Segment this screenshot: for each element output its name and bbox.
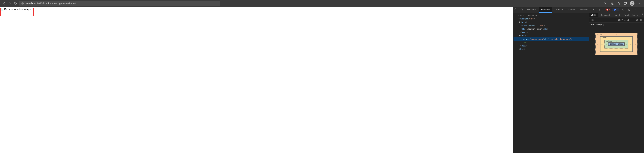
border-label: border bbox=[602, 37, 606, 39]
dom-line[interactable]: </body> bbox=[514, 44, 589, 48]
issue-count: 1 bbox=[616, 9, 618, 11]
toolbar-right: » bbox=[602, 1, 643, 6]
issue-dot-icon: ⓘ bbox=[614, 9, 616, 11]
toggle-cls[interactable]: .cls bbox=[624, 19, 629, 21]
favorites-icon[interactable] bbox=[616, 1, 622, 6]
inspect-element-icon[interactable] bbox=[513, 7, 519, 13]
svg-rect-31 bbox=[636, 19, 638, 21]
device-emulation-icon[interactable] bbox=[519, 7, 525, 13]
refresh-button[interactable] bbox=[13, 1, 18, 6]
dom-line[interactable]: <meta charset="UTF-8"> bbox=[514, 24, 589, 27]
box-model-margin[interactable]: margin – – – – border – – – – padding bbox=[596, 33, 637, 55]
url-path: :9090/location/api/v1/generateReport bbox=[36, 2, 76, 5]
broken-image-icon bbox=[1, 8, 3, 11]
url-host: localhost bbox=[26, 2, 36, 5]
styles-rules[interactable]: element.style { } bbox=[589, 23, 644, 29]
styles-filter-input[interactable] bbox=[590, 19, 616, 21]
styles-more-icon[interactable] bbox=[640, 18, 643, 22]
browser-toolbar: localhost:9090/location/api/v1/generateR… bbox=[0, 0, 644, 7]
dom-line[interactable]: <!DOCTYPE html> bbox=[514, 14, 589, 17]
broken-image-alt-text: Error in location image bbox=[4, 8, 31, 11]
rendered-page: Error in location image bbox=[0, 7, 513, 153]
forward-button[interactable] bbox=[7, 1, 13, 6]
address-bar[interactable]: localhost:9090/location/api/v1/generateR… bbox=[20, 1, 220, 6]
svg-point-14 bbox=[640, 3, 640, 4]
dom-line-selected[interactable]: ⋯ <img src="location.jpeg" alt="Error in… bbox=[514, 37, 589, 41]
box-model-border[interactable]: border – – – – padding – – – – 16 bbox=[600, 36, 632, 52]
element-style-open: element.style { bbox=[590, 24, 642, 26]
dom-line[interactable]: <html lang="en"> bbox=[514, 17, 589, 21]
tabs-overflow-icon[interactable] bbox=[590, 7, 596, 13]
tab-network[interactable]: Network bbox=[578, 7, 590, 13]
styles-filter-bar: :hov .cls bbox=[589, 18, 644, 23]
svg-point-21 bbox=[628, 9, 630, 11]
site-info-icon[interactable] bbox=[21, 2, 24, 5]
broken-image[interactable]: Error in location image bbox=[1, 8, 31, 11]
svg-point-23 bbox=[629, 9, 630, 10]
svg-point-12 bbox=[638, 3, 638, 4]
box-model-content[interactable]: 164.837 × 18.800 bbox=[608, 42, 624, 46]
issue-badge[interactable]: ⓘ 1 bbox=[612, 8, 619, 11]
svg-text:»: » bbox=[606, 2, 606, 3]
feedback-icon[interactable] bbox=[626, 8, 632, 11]
svg-point-11 bbox=[632, 2, 633, 3]
devtools-body: <!DOCTYPE html> <html lang="en"> ▼<head>… bbox=[513, 13, 644, 153]
error-badge[interactable]: ✕ 1 bbox=[605, 8, 612, 11]
tab-elements[interactable]: Elements bbox=[539, 7, 552, 13]
dom-line[interactable]: <title>Location Report</title> bbox=[514, 27, 589, 31]
styles-tabstrip: Styles Computed Layout Event Listeners bbox=[589, 13, 644, 18]
svg-point-20 bbox=[622, 9, 624, 10]
devtools-more-icon[interactable] bbox=[632, 8, 638, 11]
devtools-tabstrip: Welcome Elements Console Sources Network… bbox=[513, 7, 644, 13]
svg-point-25 bbox=[635, 10, 635, 10]
tab-event-listeners[interactable]: Event Listeners bbox=[622, 13, 640, 17]
toggle-hov[interactable]: :hov bbox=[618, 19, 623, 21]
devtools-panel: Welcome Elements Console Sources Network… bbox=[513, 7, 644, 153]
styles-pane: Styles Computed Layout Event Listeners :… bbox=[589, 13, 644, 153]
add-favorite-icon[interactable] bbox=[609, 1, 615, 6]
element-style-close: } bbox=[590, 26, 642, 28]
tab-computed[interactable]: Computed bbox=[598, 13, 612, 17]
profile-avatar[interactable] bbox=[629, 1, 635, 6]
dom-line: == $0 bbox=[514, 41, 589, 44]
tab-console[interactable]: Console bbox=[552, 7, 565, 13]
content-area: Error in location image Welcome Elements… bbox=[0, 7, 644, 153]
close-devtools-icon[interactable] bbox=[638, 8, 644, 11]
tab-welcome[interactable]: Welcome bbox=[525, 7, 539, 13]
tab-sources[interactable]: Sources bbox=[565, 7, 578, 13]
svg-rect-36 bbox=[642, 20, 642, 21]
more-menu-icon[interactable] bbox=[636, 1, 642, 6]
new-style-rule-icon[interactable] bbox=[630, 18, 634, 22]
margin-label: margin bbox=[596, 33, 602, 35]
dom-line[interactable]: </html> bbox=[514, 48, 589, 51]
svg-rect-35 bbox=[640, 20, 641, 21]
selection-highlight: Error in location image bbox=[1, 8, 34, 16]
url-text: localhost:9090/location/api/v1/generateR… bbox=[26, 2, 76, 5]
dom-line[interactable]: ▼<head> bbox=[514, 21, 589, 24]
computed-sidebar-icon[interactable] bbox=[635, 18, 638, 22]
svg-rect-33 bbox=[640, 19, 641, 20]
svg-point-26 bbox=[636, 10, 636, 10]
back-button[interactable] bbox=[1, 1, 7, 6]
settings-icon[interactable] bbox=[620, 8, 626, 11]
error-dot-icon: ✕ bbox=[606, 9, 608, 11]
box-model[interactable]: margin – – – – border – – – – padding bbox=[589, 29, 644, 153]
box-model-padding[interactable]: padding – – – – 164.837 × 18.800 bbox=[604, 40, 628, 49]
dom-tree[interactable]: <!DOCTYPE html> <html lang="en"> ▼<head>… bbox=[513, 13, 589, 153]
styles-tabs-overflow-icon[interactable] bbox=[641, 13, 644, 16]
dom-line[interactable]: </head> bbox=[514, 31, 589, 34]
read-aloud-icon[interactable]: » bbox=[602, 1, 608, 6]
svg-rect-34 bbox=[642, 19, 642, 20]
dom-line[interactable]: ▼<body> bbox=[514, 34, 589, 37]
svg-point-24 bbox=[634, 10, 634, 10]
svg-point-13 bbox=[639, 3, 639, 4]
collections-icon[interactable] bbox=[622, 1, 628, 6]
error-count: 1 bbox=[609, 9, 610, 11]
tab-layout[interactable]: Layout bbox=[612, 13, 622, 17]
new-tab-icon[interactable] bbox=[596, 7, 602, 13]
tab-styles[interactable]: Styles bbox=[589, 13, 598, 17]
padding-label: padding bbox=[606, 40, 612, 42]
